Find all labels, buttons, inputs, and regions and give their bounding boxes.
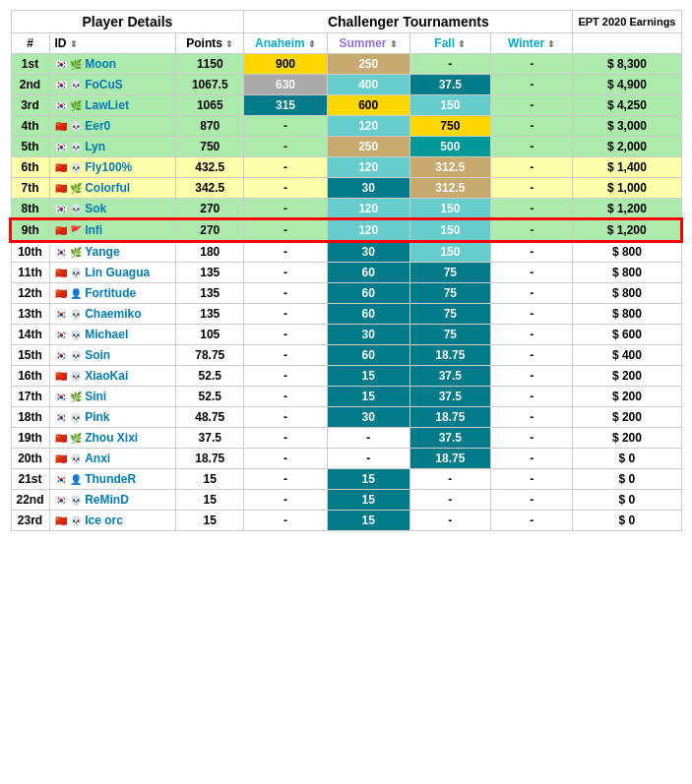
flag-icon: 🇰🇷 xyxy=(55,350,67,361)
table-row: 11th 🇨🇳 💀 Lin Guagua 135-6075-$ 800 xyxy=(11,263,681,283)
game-icon: 💀 xyxy=(70,162,82,173)
player-id-cell: 🇨🇳 👤 Fortitude xyxy=(49,283,176,304)
summer-cell: 30 xyxy=(327,241,409,263)
points-cell: 48.75 xyxy=(176,407,244,428)
flag-icon: 🇰🇷 xyxy=(55,309,67,320)
points-cell: 870 xyxy=(176,116,244,137)
player-name: Infi xyxy=(85,223,102,237)
fall-cell: 75 xyxy=(409,263,490,283)
ept-header: EPT 2020 Earnings xyxy=(573,11,681,33)
rank-cell: 1st xyxy=(11,54,49,75)
anaheim-cell: - xyxy=(244,428,327,449)
table-row: 3rd 🇰🇷 🌿 LawLiet 1065315600150-$ 4,250 xyxy=(11,95,681,116)
player-name: Fly100% xyxy=(85,160,132,174)
flag-icon: 🇨🇳 xyxy=(55,121,67,132)
ept-cell: $ 800 xyxy=(573,304,681,325)
challenger-header: Challenger Tournaments xyxy=(244,11,573,33)
flag-icon: 🇨🇳 xyxy=(55,288,67,299)
rank-cell: 19th xyxy=(11,428,49,449)
ept-cell: $ 8,300 xyxy=(573,54,681,75)
points-cell: 15 xyxy=(176,511,244,531)
summer-cell: 15 xyxy=(327,511,409,531)
summer-cell: 250 xyxy=(327,54,409,75)
fall-cell: 37.5 xyxy=(409,428,490,449)
fall-cell: 75 xyxy=(409,325,490,345)
ept-cell: $ 0 xyxy=(573,511,681,531)
flag-icon: 🇰🇷 xyxy=(55,412,67,423)
player-name: ReMinD xyxy=(85,493,129,507)
summer-cell: 120 xyxy=(327,116,409,137)
player-name: Chaemiko xyxy=(85,307,141,321)
fall-cell: 150 xyxy=(409,219,490,241)
flag-icon: 🇰🇷 xyxy=(55,204,67,214)
fall-cell: 150 xyxy=(409,241,490,263)
player-name: Zhou Xixi xyxy=(85,431,138,445)
points-cell: 37.5 xyxy=(176,428,244,449)
table-row: 19th 🇨🇳 🌿 Zhou Xixi 37.5--37.5-$ 200 xyxy=(11,428,681,449)
table-row: 10th 🇰🇷 🌿 Yange 180-30150-$ 800 xyxy=(11,241,681,263)
flag-icon: 🇨🇳 xyxy=(55,515,67,526)
points-cell: 52.5 xyxy=(176,366,244,387)
points-cell: 52.5 xyxy=(176,387,244,407)
anaheim-cell: - xyxy=(244,366,327,387)
points-sort-icon[interactable]: ⇕ xyxy=(225,39,233,49)
ept-cell: $ 0 xyxy=(573,490,681,511)
points-cell: 1067.5 xyxy=(176,75,244,95)
id-sort-icon[interactable]: ⇕ xyxy=(70,39,78,49)
fall-sort-icon[interactable]: ⇕ xyxy=(458,39,466,49)
player-id-cell: 🇨🇳 🚩 Infi xyxy=(49,219,176,241)
player-details-header: Player Details xyxy=(11,11,244,33)
game-icon: 💀 xyxy=(70,330,82,340)
anaheim-cell: - xyxy=(244,283,327,304)
summer-sort-icon[interactable]: ⇕ xyxy=(390,39,398,49)
player-id-cell: 🇨🇳 💀 Ice orc xyxy=(49,511,176,531)
fall-cell: 18.75 xyxy=(409,449,490,469)
flag-icon: 🇨🇳 xyxy=(55,453,67,464)
anaheim-cell: 315 xyxy=(244,95,327,116)
anaheim-cell: - xyxy=(244,116,327,137)
winter-cell: - xyxy=(491,304,573,325)
anaheim-cell: - xyxy=(244,407,327,428)
ept-cell: $ 800 xyxy=(573,283,681,304)
table-row: 1st 🇰🇷 🌿 Moon 1150900250--$ 8,300 xyxy=(11,54,681,75)
summer-cell: 60 xyxy=(327,304,409,325)
points-cell: 1065 xyxy=(176,95,244,116)
ept-cell: $ 1,000 xyxy=(573,178,681,199)
flag-icon: 🇰🇷 xyxy=(55,330,67,340)
table-row: 16th 🇨🇳 💀 XiaoKai 52.5-1537.5-$ 200 xyxy=(11,366,681,387)
anaheim-cell: - xyxy=(244,325,327,345)
anaheim-cell: - xyxy=(244,490,327,511)
anaheim-cell: - xyxy=(244,241,327,263)
points-cell: 270 xyxy=(176,199,244,220)
game-icon: 💀 xyxy=(70,268,82,278)
summer-cell: 15 xyxy=(327,366,409,387)
ept-cell: $ 200 xyxy=(573,428,681,449)
table-row: 5th 🇰🇷 💀 Lyn 750-250500-$ 2,000 xyxy=(11,137,681,157)
fall-cell: - xyxy=(409,511,490,531)
winter-cell: - xyxy=(491,219,573,241)
ept-cell: $ 1,200 xyxy=(573,199,681,220)
summer-cell: 15 xyxy=(327,469,409,490)
table-row: 20th 🇨🇳 💀 Anxi 18.75--18.75-$ 0 xyxy=(11,449,681,469)
winter-sort-icon[interactable]: ⇕ xyxy=(547,39,555,49)
flag-icon: 🇰🇷 xyxy=(55,80,67,90)
fall-cell: 18.75 xyxy=(409,407,490,428)
player-id-cell: 🇰🇷 💀 Michael xyxy=(49,325,176,345)
anaheim-sort-icon[interactable]: ⇕ xyxy=(308,39,316,49)
winter-cell: - xyxy=(491,511,573,531)
points-cell: 1150 xyxy=(176,54,244,75)
game-icon: 💀 xyxy=(70,204,82,214)
flag-icon: 🇰🇷 xyxy=(55,100,67,111)
table-row: 13th 🇰🇷 💀 Chaemiko 135-6075-$ 800 xyxy=(11,304,681,325)
rank-cell: 7th xyxy=(11,178,49,199)
ept-cell: $ 2,000 xyxy=(573,137,681,157)
game-icon: 🌿 xyxy=(70,100,82,111)
rank-cell: 3rd xyxy=(11,95,49,116)
player-name: Sini xyxy=(85,390,106,403)
player-name: Anxi xyxy=(85,452,110,465)
player-name: Sok xyxy=(85,202,106,215)
rank-cell: 18th xyxy=(11,407,49,428)
points-cell: 105 xyxy=(176,325,244,345)
player-id-cell: 🇨🇳 💀 XiaoKai xyxy=(49,366,176,387)
summer-cell: 400 xyxy=(327,75,409,95)
